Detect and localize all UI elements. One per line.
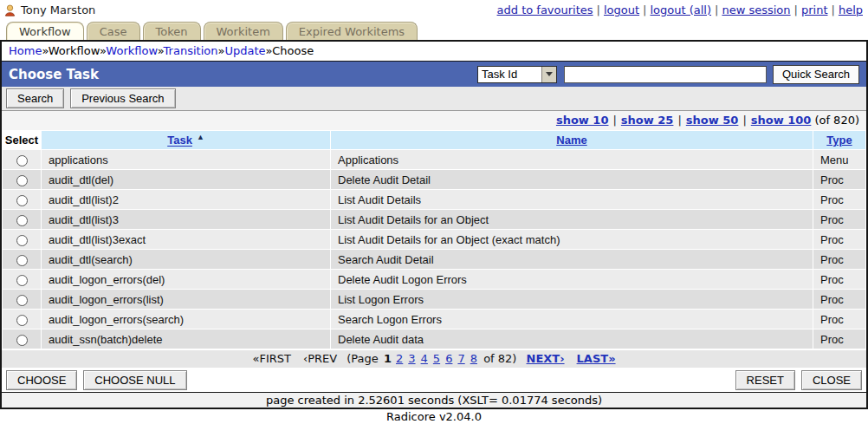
- search-field-select[interactable]: Task Id: [477, 66, 557, 83]
- close-button[interactable]: CLOSE: [801, 370, 862, 390]
- breadcrumb-update[interactable]: Update: [224, 44, 265, 57]
- type-cell: Proc: [813, 310, 865, 329]
- link-logout-all[interactable]: logout (all): [650, 3, 711, 16]
- user-icon: [3, 3, 16, 17]
- sort-by-name-link[interactable]: Name: [556, 134, 586, 147]
- task-cell: audit_logon_errors(search): [42, 310, 330, 329]
- table-row: audit_dtl(del) Delete Audit Detail Proc: [3, 170, 865, 189]
- breadcrumb-workflow: Workflow: [49, 44, 100, 57]
- quick-search-button[interactable]: Quick Search: [773, 65, 859, 84]
- breadcrumb: Home»Workflow»Workflow»Transition»Update…: [2, 42, 866, 62]
- show-50-link[interactable]: show 50: [686, 114, 739, 127]
- show-100-link[interactable]: show 100: [751, 114, 812, 127]
- user-box: Tony Marston: [3, 3, 95, 17]
- link-separator: |: [794, 3, 798, 16]
- row-select-radio[interactable]: [16, 295, 28, 306]
- column-header-select: Select: [3, 131, 41, 149]
- breadcrumb-transition[interactable]: Transition: [164, 44, 218, 57]
- pagination-page-6[interactable]: 6: [445, 352, 452, 365]
- row-select-radio[interactable]: [16, 235, 28, 246]
- pagination-page-4[interactable]: 4: [421, 352, 428, 365]
- pagination-page-5[interactable]: 5: [433, 352, 440, 365]
- column-header-name: Name: [331, 131, 813, 149]
- task-cell: audit_logon_errors(del): [42, 270, 330, 289]
- breadcrumb-choose: Choose: [272, 44, 314, 57]
- footer-button-bar: CHOOSE CHOOSE NULL RESET CLOSE: [2, 368, 866, 392]
- tab-bar: Workflow Case Token Workitem Expired Wor…: [0, 19, 868, 40]
- sort-ascending-icon: ▲: [197, 133, 204, 141]
- task-table: Select Task▲ Name Type applications Appl…: [2, 130, 866, 349]
- pagination-prev-disabled: ‹PREV: [303, 352, 337, 365]
- tab-case[interactable]: Case: [87, 22, 140, 40]
- pagination-page-7[interactable]: 7: [457, 352, 464, 365]
- reset-button[interactable]: RESET: [735, 370, 795, 390]
- row-select-radio[interactable]: [16, 175, 28, 186]
- action-bar: Search Previous Search: [2, 87, 866, 111]
- link-logout[interactable]: logout: [604, 3, 639, 16]
- quick-search-input[interactable]: [564, 66, 767, 83]
- choose-null-button[interactable]: CHOOSE NULL: [83, 370, 186, 390]
- link-separator: |: [643, 3, 646, 16]
- table-row: audit_dtl(list)2 List Audit Details Proc: [3, 190, 865, 209]
- pagination-of-label: of 82): [483, 352, 516, 365]
- link-separator: |: [597, 3, 600, 16]
- link-help[interactable]: help: [839, 3, 863, 16]
- row-select-radio[interactable]: [16, 255, 28, 266]
- type-cell: Proc: [813, 190, 865, 209]
- previous-search-button[interactable]: Previous Search: [70, 88, 175, 108]
- column-header-type: Type: [813, 131, 865, 149]
- tab-token[interactable]: Token: [143, 22, 201, 40]
- table-row: audit_ssn(batch)delete Delete Audit data…: [3, 329, 865, 349]
- name-cell: Delete Audit Detail: [331, 170, 813, 189]
- pagination-last-link[interactable]: LAST»: [577, 352, 616, 365]
- version-label: Radicore v2.04.0: [0, 409, 868, 423]
- task-cell: audit_dtl(list)3: [42, 210, 330, 229]
- pagination-next-link[interactable]: NEXT›: [527, 352, 565, 365]
- row-select-radio[interactable]: [16, 275, 28, 286]
- task-cell: audit_logon_errors(list): [42, 290, 330, 309]
- pagination-first-disabled: «FIRST: [252, 352, 291, 365]
- name-cell: Delete Audit data: [331, 329, 813, 349]
- tab-expired-workitems[interactable]: Expired Workitems: [286, 22, 418, 40]
- task-cell: applications: [42, 150, 330, 169]
- pagination-page-2[interactable]: 2: [396, 352, 403, 365]
- table-row: audit_dtl(list)3exact List Audit Details…: [3, 230, 865, 249]
- show-10-link[interactable]: show 10: [556, 114, 609, 127]
- row-select-radio[interactable]: [16, 335, 28, 346]
- row-select-radio[interactable]: [16, 195, 28, 206]
- pagination-page-8[interactable]: 8: [470, 352, 477, 365]
- title-bar: Choose Task Task Id Quick Search: [2, 62, 866, 87]
- column-header-task: Task▲: [42, 131, 330, 149]
- sort-by-task-link[interactable]: Task: [167, 134, 192, 147]
- pagination-page-3[interactable]: 3: [408, 352, 415, 365]
- show-25-link[interactable]: show 25: [621, 114, 674, 127]
- breadcrumb-workflow-link[interactable]: Workflow: [106, 44, 157, 57]
- breadcrumb-home[interactable]: Home: [9, 44, 42, 57]
- breadcrumb-separator: »: [158, 44, 164, 57]
- dropdown-arrow-icon: [541, 67, 556, 82]
- tab-workflow[interactable]: Workflow: [6, 22, 84, 40]
- tab-workitem[interactable]: Workitem: [204, 22, 283, 40]
- show-separator: |: [677, 114, 681, 127]
- task-cell: audit_dtl(list)3exact: [42, 230, 330, 249]
- page-title: Choose Task: [9, 67, 477, 82]
- table-header-row: Select Task▲ Name Type: [3, 131, 865, 149]
- link-new-session[interactable]: new session: [722, 3, 790, 16]
- row-select-radio[interactable]: [16, 155, 28, 166]
- table-row: audit_dtl(list)3 List Audit Details for …: [3, 210, 865, 229]
- user-name: Tony Marston: [21, 3, 95, 16]
- name-cell: Delete Audit Logon Errors: [331, 270, 813, 289]
- row-select-radio[interactable]: [16, 315, 28, 326]
- table-row: audit_logon_errors(del) Delete Audit Log…: [3, 270, 865, 289]
- status-bar: page created in 2.52601 seconds (XSLT= 0…: [2, 392, 866, 408]
- type-cell: Menu: [813, 150, 865, 169]
- row-select-radio[interactable]: [16, 215, 28, 226]
- link-print[interactable]: print: [801, 3, 828, 16]
- show-bar: show 10|show 25|show 50|show 100(of 820): [2, 111, 866, 130]
- sort-by-type-link[interactable]: Type: [826, 134, 852, 147]
- search-button[interactable]: Search: [6, 88, 64, 108]
- type-cell: Proc: [813, 230, 865, 249]
- name-cell: Search Audit Detail: [331, 250, 813, 269]
- link-add-to-favourites[interactable]: add to favourites: [497, 3, 593, 16]
- choose-button[interactable]: CHOOSE: [6, 370, 77, 390]
